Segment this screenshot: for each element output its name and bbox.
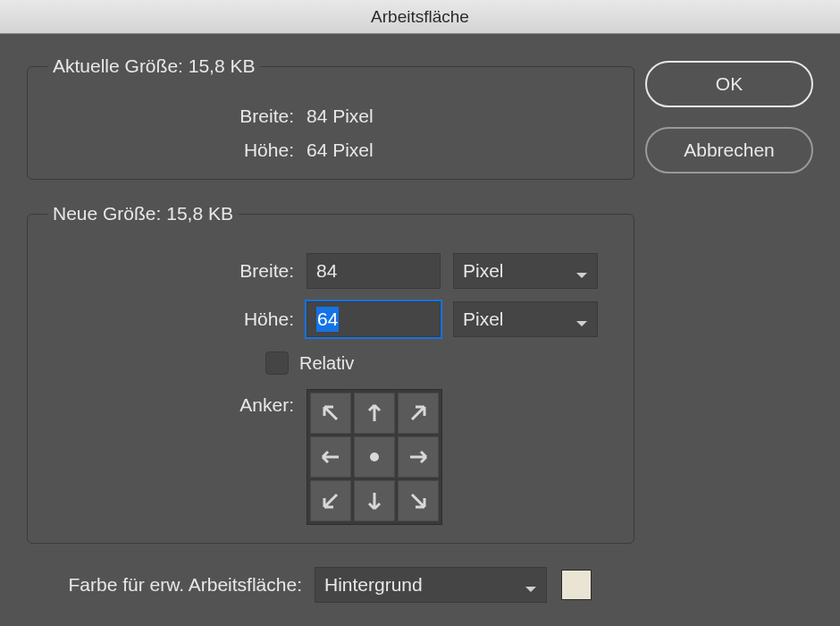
anchor-grid [307, 389, 442, 525]
extension-color-label: Farbe für erw. Arbeitsfläche: [27, 574, 315, 596]
new-width-input[interactable] [307, 253, 441, 289]
extension-color-swatch[interactable] [561, 570, 592, 600]
current-width-label: Breite: [47, 106, 307, 127]
current-size-legend: Aktuelle Größe: 15,8 KB [47, 55, 260, 77]
new-height-unit-value: Pixel [463, 309, 504, 330]
new-size-legend: Neue Größe: 15,8 KB [47, 203, 239, 224]
anchor-w[interactable] [310, 436, 351, 478]
anchor-nw[interactable] [310, 393, 351, 434]
new-height-unit-select[interactable]: Pixel [453, 301, 598, 337]
current-height-value: 64 Pixel [307, 140, 374, 161]
extension-color-select[interactable]: Hintergrund [315, 567, 547, 603]
new-width-unit-value: Pixel [463, 260, 504, 282]
svg-point-0 [370, 453, 379, 461]
window-title: Arbeitsfläche [371, 7, 469, 27]
current-width-value: 84 Pixel [307, 106, 374, 127]
anchor-s[interactable] [354, 480, 395, 521]
anchor-e[interactable] [398, 436, 439, 478]
new-width-label: Breite: [47, 260, 307, 282]
anchor-se[interactable] [398, 480, 439, 521]
chevron-down-icon [575, 313, 588, 326]
anchor-n[interactable] [354, 393, 395, 434]
cancel-button[interactable]: Abbrechen [645, 127, 813, 173]
chevron-down-icon [575, 265, 588, 277]
anchor-label: Anker: [47, 389, 307, 525]
current-height-label: Höhe: [47, 140, 307, 161]
new-height-input[interactable]: 64 [307, 301, 441, 337]
anchor-sw[interactable] [310, 480, 351, 521]
anchor-ne[interactable] [398, 393, 439, 434]
window-titlebar: Arbeitsfläche [0, 0, 840, 34]
extension-color-value: Hintergrund [324, 574, 423, 596]
anchor-center[interactable] [354, 436, 395, 478]
current-size-group: Aktuelle Größe: 15,8 KB Breite: 84 Pixel… [27, 55, 634, 180]
relative-checkbox[interactable] [265, 351, 289, 375]
new-height-label: Höhe: [47, 309, 307, 330]
chevron-down-icon [525, 579, 537, 591]
ok-button[interactable]: OK [645, 61, 813, 107]
new-size-group: Neue Größe: 15,8 KB Breite: Pixel Höhe: … [27, 203, 634, 544]
new-width-unit-select[interactable]: Pixel [453, 253, 598, 289]
relative-label: Relativ [299, 353, 354, 374]
